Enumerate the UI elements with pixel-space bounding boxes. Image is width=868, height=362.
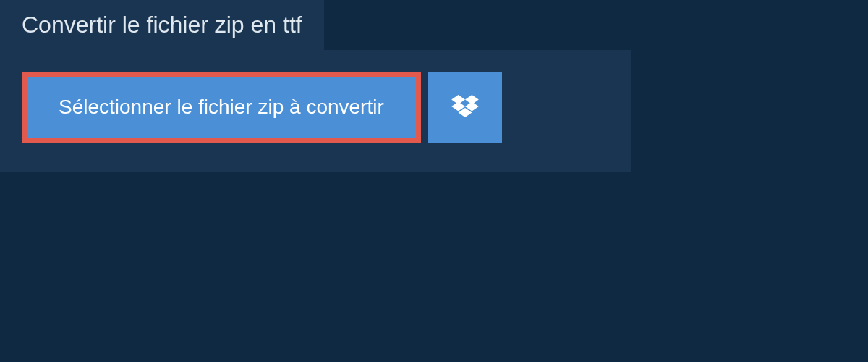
header-bar: Convertir le fichier zip en ttf [0,0,324,50]
main-panel: Sélectionner le fichier zip à convertir [0,50,631,172]
select-file-highlight-border: Sélectionner le fichier zip à convertir [22,72,421,143]
page-title: Convertir le fichier zip en ttf [22,12,302,38]
dropbox-button[interactable] [428,72,502,143]
dropbox-icon [451,95,479,120]
select-file-button[interactable]: Sélectionner le fichier zip à convertir [27,77,416,138]
button-row: Sélectionner le fichier zip à convertir [22,72,618,143]
select-file-label: Sélectionner le fichier zip à convertir [59,96,384,118]
